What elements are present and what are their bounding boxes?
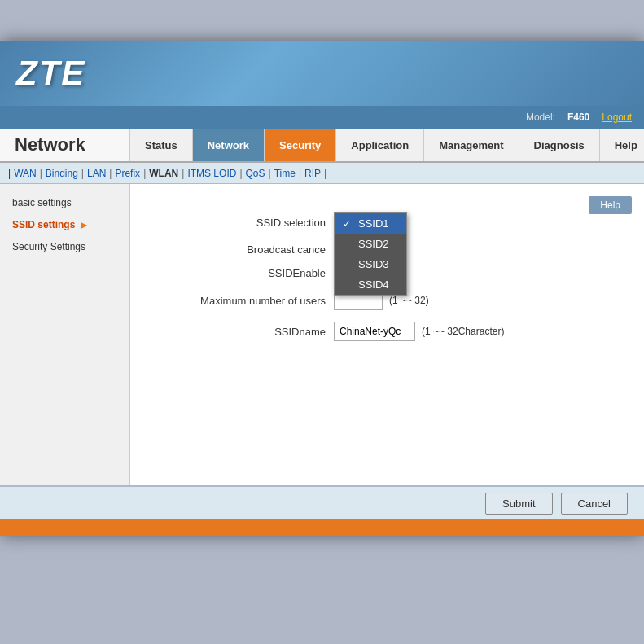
- nav-item-help[interactable]: Help: [600, 129, 644, 161]
- model-label: Model:: [526, 112, 555, 123]
- nav-bar: Network Status Network Security Applicat…: [0, 129, 644, 163]
- sub-nav-lan[interactable]: LAN: [87, 168, 106, 179]
- sub-nav-sep-start: |: [8, 168, 11, 179]
- sub-nav: | WAN | Binding | LAN | Prefix | WLAN | …: [0, 163, 644, 184]
- header: ZTE: [0, 41, 644, 106]
- ssid-name-row: SSIDname (1 ~~ 32Character): [155, 322, 620, 341]
- sidebar: basic settings SSID settings ► Security …: [0, 184, 130, 485]
- main-content: basic settings SSID settings ► Security …: [0, 184, 644, 485]
- footer-bar: Submit Cancel: [0, 485, 644, 519]
- sub-nav-binding[interactable]: Binding: [46, 168, 78, 179]
- basic-settings-label: basic settings: [12, 197, 72, 208]
- ssid-name-label: SSIDname: [155, 326, 334, 338]
- checkmark-icon: ✓: [343, 218, 354, 230]
- ssid-selection-value: SSID1 ▼ ✓ SSID1: [334, 212, 407, 232]
- nav-item-management[interactable]: Management: [424, 129, 519, 161]
- ssid-name-value: (1 ~~ 32Character): [334, 322, 504, 341]
- sub-nav-rip[interactable]: RIP: [304, 168, 321, 179]
- sub-nav-itms[interactable]: ITMS LOID: [187, 168, 236, 179]
- ssid-dropdown-wrapper[interactable]: SSID1 ▼ ✓ SSID1: [334, 212, 407, 232]
- dropdown-option-ssid1[interactable]: ✓ SSID1: [335, 213, 406, 234]
- ssid-selection-row: SSID selection SSID1 ▼: [155, 212, 620, 232]
- model-bar: Model: F460 Logout: [0, 106, 644, 129]
- ssid-selection-label: SSID selection: [155, 217, 334, 229]
- dropdown-option-ssid4[interactable]: SSID4: [335, 274, 406, 295]
- nav-item-network[interactable]: Network: [193, 129, 265, 161]
- nav-items: Status Network Security Application Mana…: [130, 129, 644, 161]
- ssid-arrow-icon: ►: [78, 218, 90, 231]
- option-label-ssid1: SSID1: [358, 217, 389, 230]
- sidebar-item-ssid[interactable]: SSID settings ►: [0, 213, 129, 236]
- max-users-hint: (1 ~~ 32): [389, 295, 429, 306]
- ssid-enable-label: SSIDEnable: [155, 267, 334, 279]
- dropdown-option-ssid2[interactable]: SSID2: [335, 234, 406, 254]
- sub-nav-wlan[interactable]: WLAN: [149, 168, 178, 179]
- submit-button[interactable]: Submit: [485, 493, 552, 515]
- sub-nav-prefix[interactable]: Prefix: [115, 168, 140, 179]
- sub-nav-wan[interactable]: WAN: [14, 168, 37, 179]
- option-label-ssid2: SSID2: [358, 238, 389, 250]
- logout-link[interactable]: Logout: [602, 112, 632, 123]
- ssid-name-input[interactable]: [334, 322, 415, 341]
- nav-network-label: Network: [0, 129, 130, 161]
- option-label-ssid4: SSID4: [358, 278, 389, 291]
- sidebar-item-security[interactable]: Security Settings: [0, 236, 129, 257]
- nav-item-diagnosis[interactable]: Diagnosis: [519, 129, 600, 161]
- help-button[interactable]: Help: [589, 196, 632, 214]
- zte-logo: ZTE: [16, 54, 85, 93]
- ssid-settings-label: SSID settings: [12, 219, 75, 230]
- nav-item-status[interactable]: Status: [130, 129, 193, 161]
- ssid-dropdown-popup: ✓ SSID1 SSID2 SSID3: [334, 212, 407, 296]
- sub-nav-qos[interactable]: QoS: [246, 168, 265, 179]
- option-label-ssid3: SSID3: [358, 258, 389, 270]
- model-value: F460: [567, 112, 589, 123]
- cancel-button[interactable]: Cancel: [561, 493, 628, 515]
- sidebar-item-basic[interactable]: basic settings: [0, 192, 129, 213]
- max-users-label: Maximum number of users: [155, 295, 334, 307]
- bottom-strip: [0, 519, 644, 536]
- sub-nav-time[interactable]: Time: [274, 168, 296, 179]
- nav-item-application[interactable]: Application: [336, 129, 424, 161]
- page-wrapper: ZTE Model: F460 Logout Network Status Ne…: [0, 0, 644, 644]
- content-area: Help SSID selection SSID1 ▼: [130, 184, 644, 485]
- ssid-name-hint: (1 ~~ 32Character): [422, 326, 504, 337]
- dropdown-option-ssid3[interactable]: SSID3: [335, 254, 406, 274]
- nav-item-security[interactable]: Security: [265, 129, 336, 161]
- form-table: SSID selection SSID1 ▼: [155, 212, 620, 341]
- security-settings-label: Security Settings: [12, 241, 85, 252]
- router-ui: ZTE Model: F460 Logout Network Status Ne…: [0, 41, 644, 536]
- broadcast-cancel-label: Broadcast cance: [155, 243, 334, 256]
